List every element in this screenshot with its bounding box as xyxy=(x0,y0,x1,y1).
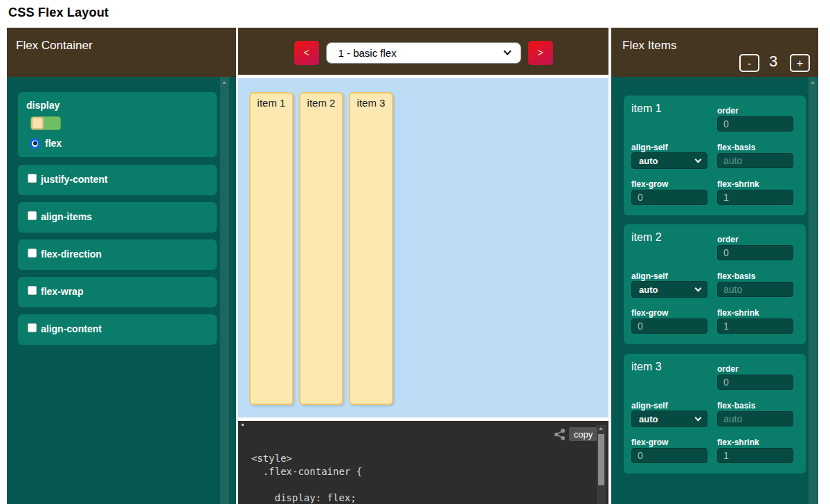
scroll-up-icon[interactable] xyxy=(222,81,226,84)
example-nav-header: < 1 - basic flex > xyxy=(238,28,608,75)
flex-wrap-label: flex-wrap xyxy=(41,286,83,297)
order-input[interactable] xyxy=(717,375,793,390)
flex-radio[interactable] xyxy=(30,138,40,149)
align-items-label: align-items xyxy=(41,211,92,222)
item-2-settings-card: item 2 order align-self auto flex-basis … xyxy=(624,224,806,344)
property-card-flex-wrap: flex-wrap xyxy=(18,277,217,307)
align-self-select-wrap: auto xyxy=(631,281,707,298)
align-self-select-wrap: auto xyxy=(631,411,707,427)
property-card-align-items: align-items xyxy=(18,202,217,233)
add-item-button[interactable]: + xyxy=(790,54,810,72)
property-card-justify-content: justify-content xyxy=(18,165,217,195)
flex-shrink-label: flex-shrink xyxy=(717,179,759,189)
toggle-knob xyxy=(31,117,44,129)
align-self-label: align-self xyxy=(631,271,668,281)
flex-items-header: Flex Items - 3 + xyxy=(611,28,818,77)
order-label: order xyxy=(717,106,739,116)
align-content-checkbox[interactable] xyxy=(28,323,37,332)
code-panel: copy <style> .flex-container { display: … xyxy=(238,421,608,504)
align-self-label: align-self xyxy=(631,143,668,152)
align-self-select[interactable]: auto xyxy=(631,152,707,169)
flex-container-header: Flex Container xyxy=(7,28,236,77)
flex-basis-input[interactable] xyxy=(717,411,793,426)
share-icon[interactable] xyxy=(554,429,566,440)
order-input[interactable] xyxy=(717,116,793,132)
flex-wrap-checkbox[interactable] xyxy=(28,286,37,295)
flex-grow-input[interactable] xyxy=(631,190,707,205)
align-self-label: align-self xyxy=(631,401,668,411)
flex-grow-label: flex-grow xyxy=(631,438,668,447)
flex-items-panel: Flex Items - 3 + item 1 order align-self… xyxy=(611,28,818,504)
property-card-flex-direction: flex-direction xyxy=(18,240,217,270)
flex-items-scrollbar[interactable] xyxy=(809,77,818,504)
scroll-up-icon[interactable] xyxy=(811,81,815,84)
align-self-select-wrap: auto xyxy=(631,152,707,169)
flex-basis-input[interactable] xyxy=(717,282,793,297)
item-3-title: item 3 xyxy=(631,361,662,373)
flex-basis-label: flex-basis xyxy=(717,401,755,411)
justify-content-checkbox[interactable] xyxy=(28,174,37,183)
flex-grow-label: flex-grow xyxy=(631,308,668,318)
item-1-title: item 1 xyxy=(631,102,662,115)
justify-content-label: justify-content xyxy=(41,174,107,185)
display-toggle[interactable] xyxy=(30,116,61,130)
display-label: display xyxy=(26,100,60,111)
flex-item-1: item 1 xyxy=(249,92,294,405)
example-select[interactable]: 1 - basic flex xyxy=(326,42,521,64)
flex-items-body: item 1 order align-self auto flex-basis … xyxy=(611,77,818,504)
property-card-align-content: align-content xyxy=(18,314,217,345)
align-content-label: align-content xyxy=(41,323,102,334)
page-title: CSS Flex Layout xyxy=(8,6,109,20)
order-input[interactable] xyxy=(717,245,793,260)
remove-item-button[interactable]: - xyxy=(739,54,759,72)
code-scrollbar[interactable] xyxy=(597,425,606,504)
flex-grow-label: flex-grow xyxy=(631,179,668,189)
copy-button[interactable]: copy xyxy=(569,427,597,441)
item-2-title: item 2 xyxy=(631,231,662,244)
flex-container-panel: Flex Container display flex justify-cont… xyxy=(7,28,236,504)
flex-preview-container: item 1 item 2 item 3 xyxy=(238,78,608,417)
flex-shrink-input[interactable] xyxy=(717,318,793,334)
code-cursor-dot xyxy=(242,424,244,426)
flex-container-body: display flex justify-content align-items… xyxy=(7,77,236,504)
code-scroll-thumb[interactable] xyxy=(598,434,604,485)
flex-items-title: Flex Items xyxy=(622,39,676,53)
flex-shrink-label: flex-shrink xyxy=(717,438,759,447)
flex-shrink-label: flex-shrink xyxy=(717,308,759,318)
align-self-select[interactable]: auto xyxy=(631,411,707,427)
flex-basis-input[interactable] xyxy=(717,153,793,168)
align-self-select[interactable]: auto xyxy=(631,281,707,298)
code-block: <style> .flex-container { display: flex; xyxy=(251,452,362,504)
flex-item-3: item 3 xyxy=(349,92,393,405)
item-count: 3 xyxy=(769,53,777,71)
next-example-button[interactable]: > xyxy=(528,41,553,65)
flex-grow-input[interactable] xyxy=(631,448,707,463)
flex-grow-input[interactable] xyxy=(631,318,707,334)
code-scroll-up-icon[interactable] xyxy=(599,427,603,430)
flex-direction-checkbox[interactable] xyxy=(28,249,37,258)
flex-container-scrollbar[interactable] xyxy=(220,77,229,504)
example-select-wrap: 1 - basic flex xyxy=(326,42,521,64)
prev-example-button[interactable]: < xyxy=(294,41,319,65)
flex-item-2: item 2 xyxy=(299,92,343,405)
flex-basis-label: flex-basis xyxy=(717,271,755,281)
display-card: display flex xyxy=(18,92,217,157)
flex-radio-label: flex xyxy=(45,138,62,149)
align-items-checkbox[interactable] xyxy=(28,211,37,220)
item-1-settings-card: item 1 order align-self auto flex-basis … xyxy=(624,96,806,215)
flex-basis-label: flex-basis xyxy=(717,143,755,152)
flex-direction-label: flex-direction xyxy=(41,249,102,260)
order-label: order xyxy=(717,235,739,244)
flex-container-title: Flex Container xyxy=(16,39,93,52)
item-3-settings-card: item 3 order align-self auto flex-basis … xyxy=(624,354,806,474)
flex-shrink-input[interactable] xyxy=(717,448,793,463)
order-label: order xyxy=(717,364,739,374)
flex-shrink-input[interactable] xyxy=(717,190,793,205)
